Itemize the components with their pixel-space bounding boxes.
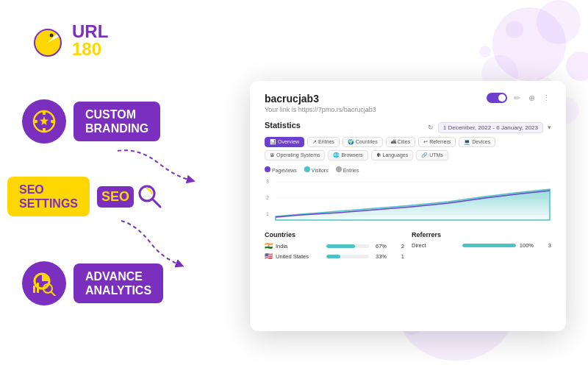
- chart-area: Pageviews Visitors Entries 3 2 1: [265, 166, 551, 225]
- referrers-title: Referrers: [412, 231, 551, 238]
- direct-count: 3: [537, 242, 551, 249]
- custom-branding-icon: [22, 99, 66, 144]
- tab-devices[interactable]: 💻 Devices: [459, 137, 495, 147]
- svg-marker-21: [40, 116, 49, 125]
- svg-rect-28: [37, 283, 39, 293]
- tab-entries[interactable]: ↗ Entries: [307, 137, 340, 147]
- dashboard-title: bacrucjab3: [265, 93, 376, 105]
- direct-bar-bg: [462, 244, 516, 247]
- us-bar-fill: [326, 255, 340, 258]
- india-bar-bg: [326, 244, 369, 248]
- svg-point-1: [537, 0, 581, 44]
- analytics-icon: [22, 261, 66, 305]
- countries-title: Countries: [265, 231, 404, 238]
- svg-point-14: [50, 34, 54, 38]
- logo-url: URL: [72, 23, 108, 40]
- tab-browsers[interactable]: 🌐 Browsers: [328, 150, 368, 160]
- direct-pct: 100%: [519, 242, 534, 249]
- india-bar-fill: [326, 244, 355, 248]
- svg-point-0: [492, 7, 566, 81]
- country-row-india: 🇮🇳 India 67% 2: [265, 242, 404, 250]
- logo: URL 180: [29, 22, 108, 59]
- us-label: United States: [276, 253, 323, 260]
- feature-advance-analytics[interactable]: ADVANCE ANALYTICS: [22, 261, 163, 305]
- svg-text:3: 3: [266, 179, 269, 184]
- feature-custom-branding[interactable]: CUSTOM BRANDING: [22, 99, 160, 144]
- svg-rect-18: [43, 128, 46, 132]
- us-flag: 🇺🇸: [265, 252, 273, 260]
- india-pct: 67%: [372, 243, 387, 250]
- svg-rect-19: [34, 120, 37, 123]
- svg-text:1: 1: [266, 211, 269, 216]
- direct-bar-fill: [462, 244, 516, 247]
- india-count: 2: [390, 243, 404, 250]
- tab-languages[interactable]: 🗣 Languages: [371, 150, 414, 160]
- edit-icon[interactable]: ✏: [512, 93, 522, 103]
- feature-seo-settings[interactable]: SEO SETTINGS SEO: [7, 177, 163, 216]
- logo-icon: [29, 22, 66, 59]
- direct-label: Direct: [412, 242, 459, 249]
- legend-pageviews: Pageviews: [265, 166, 297, 173]
- bottom-sections: Countries 🇮🇳 India 67% 2 🇺🇸 United State…: [265, 231, 551, 263]
- logo-text: URL 180: [72, 23, 108, 58]
- dashboard-header: bacrucjab3 Your link is https://7pmo.rs/…: [265, 93, 551, 113]
- chevron-down-icon[interactable]: ▾: [548, 124, 551, 131]
- india-flag: 🇮🇳: [265, 242, 273, 250]
- us-bar-bg: [326, 255, 369, 258]
- date-range[interactable]: 1 December, 2022 - 6 January, 2023: [438, 122, 543, 133]
- dashboard-title-group: bacrucjab3 Your link is https://7pmo.rs/…: [265, 93, 376, 113]
- svg-text:2: 2: [266, 195, 269, 200]
- tab-os[interactable]: 🖥 Operating Systems: [265, 150, 325, 160]
- svg-rect-17: [43, 111, 46, 115]
- stats-controls: ↻ 1 December, 2022 - 6 January, 2023 ▾: [428, 122, 551, 133]
- us-count: 1: [390, 253, 404, 260]
- us-pct: 33%: [372, 253, 387, 260]
- share-icon[interactable]: ⊕: [526, 93, 537, 103]
- more-icon[interactable]: ⋮: [541, 93, 551, 103]
- advance-analytics-label: ADVANCE ANALYTICS: [74, 263, 163, 303]
- svg-line-26: [51, 292, 55, 296]
- stats-tabs: 📊 Overview ↗ Entries 🌍 Countries 🏙 Citie…: [265, 137, 551, 160]
- tab-countries[interactable]: 🌍 Countries: [343, 137, 383, 147]
- refresh-icon[interactable]: ↻: [428, 124, 434, 131]
- area-chart: 3 2 1 6 January, 2023: [265, 176, 551, 222]
- statistics-row: Statistics ↻ 1 December, 2022 - 6 Januar…: [265, 121, 551, 134]
- referrer-row-direct: Direct 100% 3: [412, 242, 551, 249]
- tab-referrers[interactable]: ↩ Referrers: [418, 137, 456, 147]
- legend-visitors: Visitors: [304, 166, 329, 173]
- countries-section: Countries 🇮🇳 India 67% 2 🇺🇸 United State…: [265, 231, 404, 263]
- legend-entries: Entries: [336, 166, 359, 173]
- svg-point-5: [506, 21, 523, 38]
- svg-point-3: [566, 52, 588, 81]
- seo-text-icon: SEO: [97, 186, 134, 208]
- tab-overview[interactable]: 📊 Overview: [265, 137, 304, 147]
- logo-num: 180: [72, 40, 108, 58]
- chart-legend: Pageviews Visitors Entries: [265, 166, 551, 173]
- dashboard-actions: ✏ ⊕ ⋮: [487, 93, 551, 103]
- svg-rect-27: [33, 286, 35, 293]
- india-label: India: [276, 243, 323, 250]
- svg-rect-20: [51, 120, 54, 123]
- seo-settings-label: SEO SETTINGS: [7, 177, 90, 216]
- referrers-section: Referrers Direct 100% 3: [412, 231, 551, 263]
- dashboard-url: Your link is https://7pmo.rs/bacrucjab3: [265, 106, 376, 113]
- statistics-title: Statistics: [265, 121, 301, 130]
- seo-icon-group: SEO: [97, 183, 163, 210]
- seo-search-icon: [137, 183, 163, 210]
- svg-point-6: [479, 46, 491, 57]
- svg-line-23: [153, 199, 160, 207]
- chart-search-icon: [32, 271, 57, 296]
- country-row-us: 🇺🇸 United States 33% 1: [265, 252, 404, 260]
- tab-utms[interactable]: 🔗 UTMs: [416, 150, 448, 160]
- gear-star-icon: [32, 110, 56, 133]
- custom-branding-label: CUSTOM BRANDING: [74, 102, 160, 141]
- toggle-switch[interactable]: [487, 93, 507, 103]
- dashboard-card: bacrucjab3 Your link is https://7pmo.rs/…: [250, 81, 566, 331]
- tab-cities[interactable]: 🏙 Cities: [386, 137, 415, 147]
